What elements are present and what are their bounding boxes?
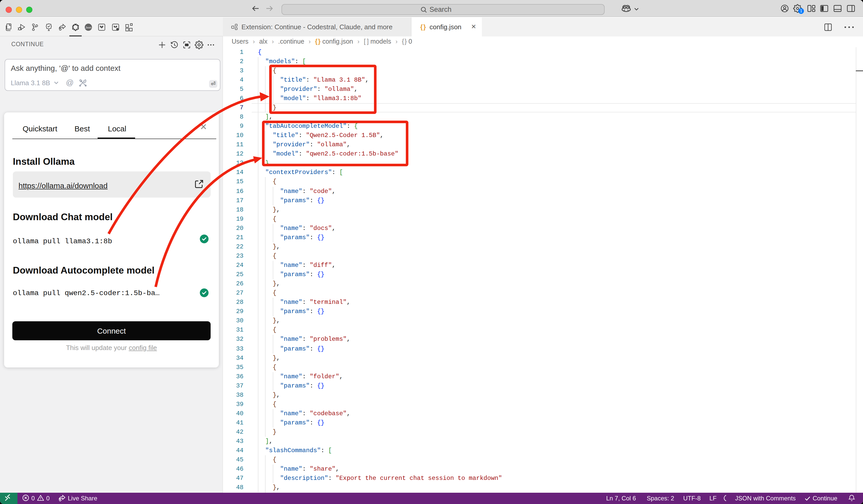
svg-text:Json: Json [86,26,91,29]
